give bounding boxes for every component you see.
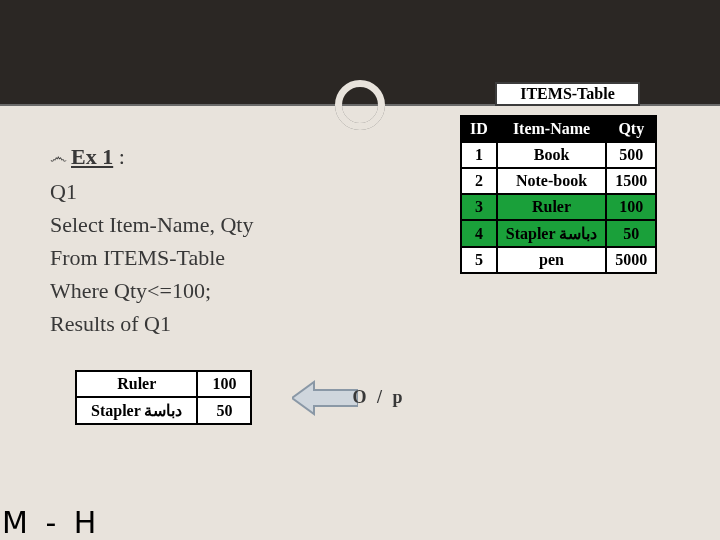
cell: pen [497, 247, 606, 273]
query-line-where: Where Qty<=100; [50, 274, 253, 307]
cell: Note-book [497, 168, 606, 194]
query-text-block: ෴Ex 1 : Q1 Select Item-Name, Qty From IT… [50, 140, 253, 340]
cell: 1 [461, 142, 497, 168]
cell: Ruler [76, 371, 197, 397]
cell: Book [497, 142, 606, 168]
table-row: 2 Note-book 1500 [461, 168, 656, 194]
cell: 5 [461, 247, 497, 273]
table-row: 5 pen 5000 [461, 247, 656, 273]
items-table-header-row: ID Item-Name Qty [461, 116, 656, 142]
example-colon: : [113, 144, 125, 169]
result-row: Ruler 100 Stapler دباسة 50 O / p [75, 370, 406, 425]
example-heading: ෴Ex 1 : [50, 140, 253, 173]
cell: 100 [197, 371, 251, 397]
query-line-results: Results of Q1 [50, 307, 253, 340]
cell: 3 [461, 194, 497, 220]
items-table: ID Item-Name Qty 1 Book 500 2 Note-book … [460, 115, 657, 274]
table-row-highlight: 4 Stapler دباسة 50 [461, 220, 656, 247]
output-arrow-group: O / p [292, 378, 405, 418]
col-name: Item-Name [497, 116, 606, 142]
ring-marker [335, 80, 385, 130]
cell: Ruler [497, 194, 606, 220]
col-id: ID [461, 116, 497, 142]
swirl-icon: ෴ [50, 144, 67, 171]
table-row: 1 Book 500 [461, 142, 656, 168]
query-line-from: From ITEMS-Table [50, 241, 253, 274]
items-table-label: ITEMS-Table [495, 82, 640, 106]
arrow-left-icon [292, 378, 358, 418]
example-label: Ex 1 [71, 144, 113, 169]
table-row: Stapler دباسة 50 [76, 397, 251, 424]
query-line-q1: Q1 [50, 175, 253, 208]
result-table: Ruler 100 Stapler دباسة 50 [75, 370, 252, 425]
cell: 100 [606, 194, 656, 220]
cell: Stapler دباسة [497, 220, 606, 247]
svg-marker-0 [292, 382, 358, 414]
output-label: O / p [352, 387, 405, 408]
cell: 500 [606, 142, 656, 168]
cell: Stapler دباسة [76, 397, 197, 424]
cell: 2 [461, 168, 497, 194]
table-row: Ruler 100 [76, 371, 251, 397]
cell: 4 [461, 220, 497, 247]
footer-mark: M - H [0, 505, 102, 540]
query-line-select: Select Item-Name, Qty [50, 208, 253, 241]
cell: 50 [606, 220, 656, 247]
col-qty: Qty [606, 116, 656, 142]
cell: 50 [197, 397, 251, 424]
cell: 1500 [606, 168, 656, 194]
cell: 5000 [606, 247, 656, 273]
table-row-highlight: 3 Ruler 100 [461, 194, 656, 220]
